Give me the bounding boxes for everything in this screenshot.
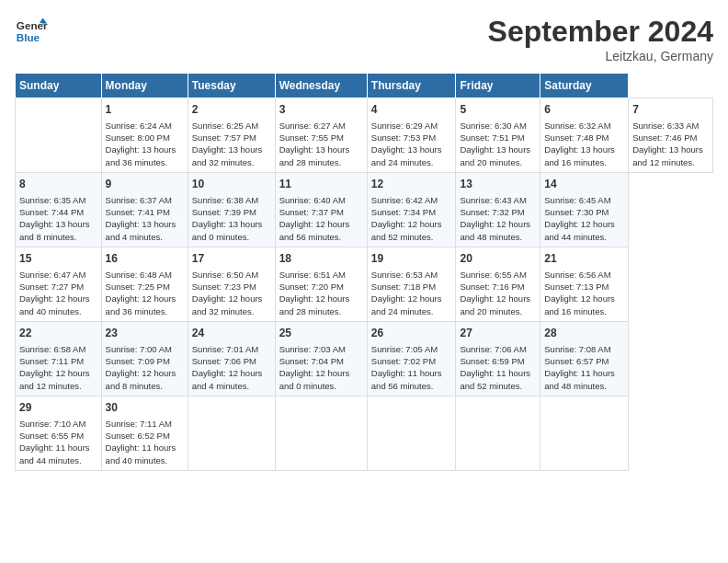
header-monday: Monday [101,74,188,98]
calendar-cell [540,396,629,470]
page-header: General Blue September 2024 Leitzkau, Ge… [15,15,713,63]
calendar-cell: 23Sunrise: 7:00 AMSunset: 7:09 PMDayligh… [101,321,188,396]
calendar-table: SundayMondayTuesdayWednesdayThursdayFrid… [15,73,713,471]
day-number: 11 [279,177,363,192]
week-row-1: 8Sunrise: 6:35 AMSunset: 7:44 PMDaylight… [16,172,713,247]
calendar-cell: 25Sunrise: 7:03 AMSunset: 7:04 PMDayligh… [275,321,367,396]
day-number: 2 [192,102,271,118]
calendar-cell [275,396,367,470]
header-friday: Friday [456,74,540,98]
day-number: 30 [106,400,184,416]
header-sunday: Sunday [16,74,102,98]
header-thursday: Thursday [367,74,456,98]
day-number: 3 [279,102,363,118]
calendar-body: 1Sunrise: 6:24 AMSunset: 8:00 PMDaylight… [16,98,713,471]
day-number: 23 [106,326,184,341]
calendar-cell: 29Sunrise: 7:10 AMSunset: 6:55 PMDayligh… [16,396,102,470]
month-title: September 2024 [488,15,713,49]
week-row-0: 1Sunrise: 6:24 AMSunset: 8:00 PMDaylight… [16,98,713,173]
title-block: September 2024 Leitzkau, Germany [488,15,713,63]
calendar-cell: 9Sunrise: 6:37 AMSunset: 7:41 PMDaylight… [101,172,188,247]
calendar-cell [367,396,456,470]
calendar-cell: 21Sunrise: 6:56 AMSunset: 7:13 PMDayligh… [540,247,629,321]
day-number: 26 [371,326,452,341]
calendar-cell: 11Sunrise: 6:40 AMSunset: 7:37 PMDayligh… [275,172,367,247]
week-row-3: 22Sunrise: 6:58 AMSunset: 7:11 PMDayligh… [16,321,713,396]
day-number: 9 [106,177,184,192]
day-number: 14 [544,177,624,192]
day-number: 18 [279,251,363,267]
calendar-cell: 19Sunrise: 6:53 AMSunset: 7:18 PMDayligh… [367,247,456,321]
calendar-cell [16,98,102,173]
calendar-cell: 14Sunrise: 6:45 AMSunset: 7:30 PMDayligh… [540,172,629,247]
day-number: 21 [544,251,624,267]
day-number: 6 [544,102,624,118]
header-wednesday: Wednesday [275,74,367,98]
calendar-cell: 22Sunrise: 6:58 AMSunset: 7:11 PMDayligh… [16,321,102,396]
calendar-cell [456,396,540,470]
calendar-cell: 27Sunrise: 7:06 AMSunset: 6:59 PMDayligh… [456,321,540,396]
calendar-cell [188,396,275,470]
calendar-cell: 17Sunrise: 6:50 AMSunset: 7:23 PMDayligh… [188,247,275,321]
calendar-cell: 4Sunrise: 6:29 AMSunset: 7:53 PMDaylight… [367,98,456,173]
day-number: 13 [460,177,536,192]
calendar-cell: 20Sunrise: 6:55 AMSunset: 7:16 PMDayligh… [456,247,540,321]
calendar-cell: 10Sunrise: 6:38 AMSunset: 7:39 PMDayligh… [188,172,275,247]
calendar-cell: 5Sunrise: 6:30 AMSunset: 7:51 PMDaylight… [456,98,540,173]
calendar-cell: 1Sunrise: 6:24 AMSunset: 8:00 PMDaylight… [101,98,188,173]
calendar-cell: 13Sunrise: 6:43 AMSunset: 7:32 PMDayligh… [456,172,540,247]
calendar-cell: 6Sunrise: 6:32 AMSunset: 7:48 PMDaylight… [540,98,629,173]
day-number: 24 [192,326,271,341]
location: Leitzkau, Germany [488,49,713,63]
week-row-4: 29Sunrise: 7:10 AMSunset: 6:55 PMDayligh… [16,396,713,470]
logo-icon: General Blue [15,15,48,48]
day-number: 19 [371,251,452,267]
calendar-cell: 28Sunrise: 7:08 AMSunset: 6:57 PMDayligh… [540,321,629,396]
calendar-cell: 18Sunrise: 6:51 AMSunset: 7:20 PMDayligh… [275,247,367,321]
calendar-cell: 3Sunrise: 6:27 AMSunset: 7:55 PMDaylight… [275,98,367,173]
day-number: 27 [460,326,536,341]
calendar-cell: 2Sunrise: 6:25 AMSunset: 7:57 PMDaylight… [188,98,275,173]
day-number: 25 [279,326,363,341]
day-number: 20 [460,251,536,267]
day-number: 7 [632,102,709,118]
calendar-cell: 8Sunrise: 6:35 AMSunset: 7:44 PMDaylight… [16,172,102,247]
day-number: 16 [106,251,184,267]
calendar-header-row: SundayMondayTuesdayWednesdayThursdayFrid… [16,74,713,98]
logo: General Blue [15,15,48,48]
header-tuesday: Tuesday [188,74,275,98]
header-saturday: Saturday [540,74,629,98]
day-number: 22 [19,326,97,341]
svg-text:Blue: Blue [17,31,40,43]
calendar-cell: 24Sunrise: 7:01 AMSunset: 7:06 PMDayligh… [188,321,275,396]
day-number: 10 [192,177,271,192]
day-number: 29 [19,400,97,416]
calendar-cell: 15Sunrise: 6:47 AMSunset: 7:27 PMDayligh… [16,247,102,321]
week-row-2: 15Sunrise: 6:47 AMSunset: 7:27 PMDayligh… [16,247,713,321]
day-number: 17 [192,251,271,267]
day-number: 5 [460,102,536,118]
calendar-cell: 30Sunrise: 7:11 AMSunset: 6:52 PMDayligh… [101,396,188,470]
calendar-cell: 12Sunrise: 6:42 AMSunset: 7:34 PMDayligh… [367,172,456,247]
day-number: 1 [106,102,184,118]
day-number: 15 [19,251,97,267]
calendar-cell: 26Sunrise: 7:05 AMSunset: 7:02 PMDayligh… [367,321,456,396]
day-number: 28 [544,326,624,341]
day-number: 8 [19,177,97,192]
day-number: 12 [371,177,452,192]
day-number: 4 [371,102,452,118]
calendar-cell: 16Sunrise: 6:48 AMSunset: 7:25 PMDayligh… [101,247,188,321]
calendar-cell: 7Sunrise: 6:33 AMSunset: 7:46 PMDaylight… [629,98,713,173]
